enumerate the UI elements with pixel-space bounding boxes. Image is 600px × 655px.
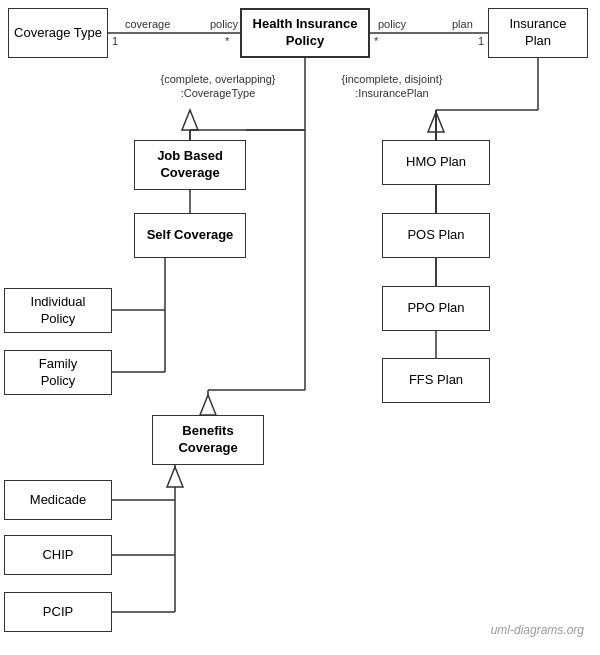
individual-policy-box: IndividualPolicy [4, 288, 112, 333]
ffs-plan-box: FFS Plan [382, 358, 490, 403]
pcip-box: PCIP [4, 592, 112, 632]
family-policy-box: FamilyPolicy [4, 350, 112, 395]
mult-1-left: 1 [112, 35, 118, 47]
ppo-plan-box: PPO Plan [382, 286, 490, 331]
svg-marker-26 [428, 112, 444, 132]
health-insurance-policy-box: Health InsurancePolicy [240, 8, 370, 58]
medicade-box: Medicade [4, 480, 112, 520]
coverage-type-box: Coverage Type [8, 8, 108, 58]
coverage-constraint: {complete, overlapping}:CoverageType [148, 72, 288, 101]
insurance-plan-box: InsurancePlan [488, 8, 588, 58]
benefits-coverage-box: BenefitsCoverage [152, 415, 264, 465]
svg-marker-16 [200, 395, 216, 415]
hmo-plan-box: HMO Plan [382, 140, 490, 185]
mult-star-left: * [225, 35, 229, 47]
svg-marker-5 [182, 110, 198, 130]
watermark: uml-diagrams.org [491, 623, 584, 637]
mult-star-right: * [374, 35, 378, 47]
job-based-coverage-box: Job BasedCoverage [134, 140, 246, 190]
self-coverage-box: Self Coverage [134, 213, 246, 258]
coverage-label: coverage [125, 18, 170, 30]
policy-right-label: policy [378, 18, 406, 30]
chip-box: CHIP [4, 535, 112, 575]
pos-plan-box: POS Plan [382, 213, 490, 258]
policy-left-label: policy [210, 18, 238, 30]
mult-1-right: 1 [478, 35, 484, 47]
plan-constraint: {incomplete, disjoint}:InsurancePlan [318, 72, 466, 101]
plan-label: plan [452, 18, 473, 30]
uml-diagram: Coverage Type Health InsurancePolicy Ins… [0, 0, 600, 655]
svg-marker-19 [167, 467, 183, 487]
